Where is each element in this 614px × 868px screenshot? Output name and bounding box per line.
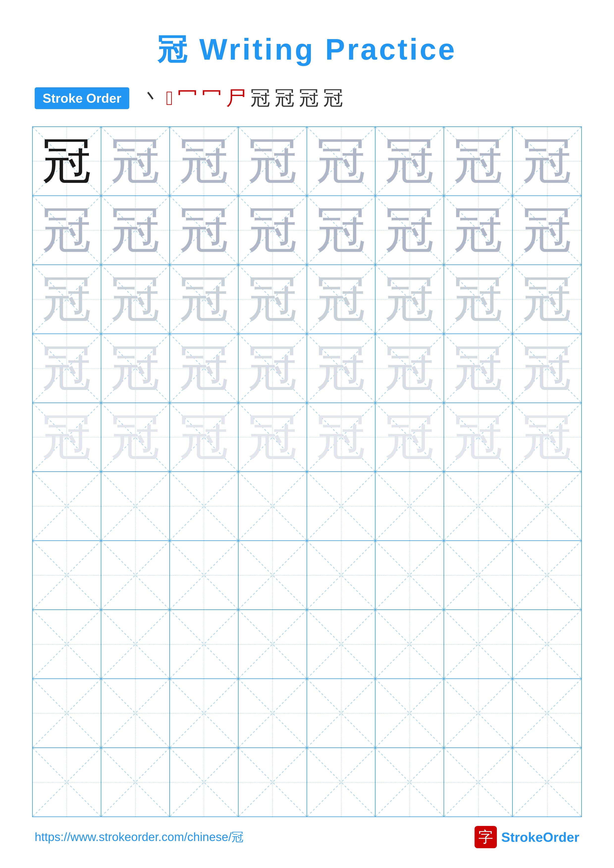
grid-cell-4-2[interactable]: 冠 xyxy=(170,403,238,471)
grid-cell-7-6[interactable] xyxy=(444,610,513,679)
grid-row-6[interactable] xyxy=(33,541,581,610)
grid-cell-6-5[interactable] xyxy=(376,541,444,609)
grid-cell-9-0[interactable] xyxy=(33,748,101,817)
grid-cell-7-4[interactable] xyxy=(307,610,376,679)
grid-row-3[interactable]: 冠 冠 冠 冠 冠 冠 冠 冠 xyxy=(33,334,581,403)
grid-cell-3-5[interactable]: 冠 xyxy=(376,334,444,403)
grid-cell-0-2[interactable]: 冠 xyxy=(170,127,238,195)
grid-cell-9-2[interactable] xyxy=(170,748,238,817)
grid-cell-5-7[interactable] xyxy=(513,472,581,540)
grid-cell-6-1[interactable] xyxy=(101,541,170,609)
grid-cell-4-7[interactable]: 冠 xyxy=(513,403,581,471)
grid-cell-9-5[interactable] xyxy=(376,748,444,817)
grid-cell-9-3[interactable] xyxy=(238,748,307,817)
grid-row-5[interactable] xyxy=(33,472,581,541)
grid-cell-2-1[interactable]: 冠 xyxy=(101,265,170,333)
grid-cell-9-1[interactable] xyxy=(101,748,170,817)
grid-cell-1-5[interactable]: 冠 xyxy=(376,196,444,265)
grid-cell-7-5[interactable] xyxy=(376,610,444,679)
grid-cell-8-5[interactable] xyxy=(376,679,444,747)
grid-cell-1-4[interactable]: 冠 xyxy=(307,196,376,265)
cell-diagonal-lines xyxy=(170,679,238,747)
grid-cell-9-6[interactable] xyxy=(444,748,513,817)
grid-cell-8-0[interactable] xyxy=(33,679,101,747)
grid-cell-3-2[interactable]: 冠 xyxy=(170,334,238,403)
grid-row-0[interactable]: 冠 冠 冠 冠 冠 冠 冠 冠 xyxy=(33,127,581,196)
grid-cell-6-3[interactable] xyxy=(238,541,307,609)
grid-row-9[interactable] xyxy=(33,748,581,817)
cell-char-3-5: 冠 xyxy=(385,344,434,393)
stroke-char-0: 丶 xyxy=(141,85,162,112)
grid-cell-3-4[interactable]: 冠 xyxy=(307,334,376,403)
grid-row-2[interactable]: 冠 冠 冠 冠 冠 冠 冠 冠 xyxy=(33,265,581,334)
grid-cell-0-4[interactable]: 冠 xyxy=(307,127,376,195)
grid-cell-4-0[interactable]: 冠 xyxy=(33,403,101,471)
grid-cell-5-1[interactable] xyxy=(101,472,170,540)
grid-cell-1-0[interactable]: 冠 xyxy=(33,196,101,265)
grid-cell-5-6[interactable] xyxy=(444,472,513,540)
grid-cell-2-6[interactable]: 冠 xyxy=(444,265,513,333)
page-title: 冠 Writing Practice xyxy=(0,0,614,70)
grid-row-8[interactable] xyxy=(33,679,581,748)
grid-cell-2-5[interactable]: 冠 xyxy=(376,265,444,333)
grid-cell-5-5[interactable] xyxy=(376,472,444,540)
grid-cell-9-4[interactable] xyxy=(307,748,376,817)
grid-cell-4-4[interactable]: 冠 xyxy=(307,403,376,471)
grid-cell-1-3[interactable]: 冠 xyxy=(238,196,307,265)
grid-cell-0-0[interactable]: 冠 xyxy=(33,127,101,195)
grid-cell-7-2[interactable] xyxy=(170,610,238,679)
grid-cell-2-4[interactable]: 冠 xyxy=(307,265,376,333)
grid-row-4[interactable]: 冠 冠 冠 冠 冠 冠 冠 冠 xyxy=(33,403,581,472)
practice-grid[interactable]: 冠 冠 冠 冠 冠 冠 冠 冠 xyxy=(32,126,582,817)
grid-cell-6-7[interactable] xyxy=(513,541,581,609)
cell-diagonal-lines xyxy=(444,472,512,540)
grid-cell-5-0[interactable] xyxy=(33,472,101,540)
grid-cell-4-1[interactable]: 冠 xyxy=(101,403,170,471)
grid-cell-1-7[interactable]: 冠 xyxy=(513,196,581,265)
grid-cell-3-1[interactable]: 冠 xyxy=(101,334,170,403)
grid-row-7[interactable] xyxy=(33,610,581,679)
grid-cell-6-4[interactable] xyxy=(307,541,376,609)
grid-cell-2-7[interactable]: 冠 xyxy=(513,265,581,333)
grid-cell-6-6[interactable] xyxy=(444,541,513,609)
grid-cell-8-1[interactable] xyxy=(101,679,170,747)
grid-cell-3-3[interactable]: 冠 xyxy=(238,334,307,403)
grid-cell-7-3[interactable] xyxy=(238,610,307,679)
grid-cell-5-3[interactable] xyxy=(238,472,307,540)
grid-cell-9-7[interactable] xyxy=(513,748,581,817)
grid-cell-8-3[interactable] xyxy=(238,679,307,747)
grid-cell-0-6[interactable]: 冠 xyxy=(444,127,513,195)
grid-cell-4-3[interactable]: 冠 xyxy=(238,403,307,471)
cell-char-1-5: 冠 xyxy=(385,206,434,255)
grid-cell-4-6[interactable]: 冠 xyxy=(444,403,513,471)
grid-cell-6-0[interactable] xyxy=(33,541,101,609)
grid-cell-6-2[interactable] xyxy=(170,541,238,609)
grid-cell-8-4[interactable] xyxy=(307,679,376,747)
grid-cell-8-2[interactable] xyxy=(170,679,238,747)
grid-cell-8-6[interactable] xyxy=(444,679,513,747)
grid-cell-0-1[interactable]: 冠 xyxy=(101,127,170,195)
grid-cell-3-6[interactable]: 冠 xyxy=(444,334,513,403)
grid-cell-1-2[interactable]: 冠 xyxy=(170,196,238,265)
grid-cell-4-5[interactable]: 冠 xyxy=(376,403,444,471)
grid-cell-0-3[interactable]: 冠 xyxy=(238,127,307,195)
grid-cell-1-6[interactable]: 冠 xyxy=(444,196,513,265)
grid-cell-7-7[interactable] xyxy=(513,610,581,679)
grid-row-1[interactable]: 冠 冠 冠 冠 冠 冠 冠 冠 xyxy=(33,196,581,265)
grid-cell-5-2[interactable] xyxy=(170,472,238,540)
grid-cell-2-0[interactable]: 冠 xyxy=(33,265,101,333)
cell-char-0-4: 冠 xyxy=(316,136,365,186)
stroke-order-badge: Stroke Order xyxy=(35,87,129,109)
grid-cell-8-7[interactable] xyxy=(513,679,581,747)
grid-cell-5-4[interactable] xyxy=(307,472,376,540)
grid-cell-0-7[interactable]: 冠 xyxy=(513,127,581,195)
grid-cell-2-3[interactable]: 冠 xyxy=(238,265,307,333)
grid-cell-0-5[interactable]: 冠 xyxy=(376,127,444,195)
grid-cell-3-0[interactable]: 冠 xyxy=(33,334,101,403)
grid-cell-7-0[interactable] xyxy=(33,610,101,679)
cell-char-3-4: 冠 xyxy=(316,344,365,393)
grid-cell-3-7[interactable]: 冠 xyxy=(513,334,581,403)
grid-cell-2-2[interactable]: 冠 xyxy=(170,265,238,333)
grid-cell-1-1[interactable]: 冠 xyxy=(101,196,170,265)
grid-cell-7-1[interactable] xyxy=(101,610,170,679)
